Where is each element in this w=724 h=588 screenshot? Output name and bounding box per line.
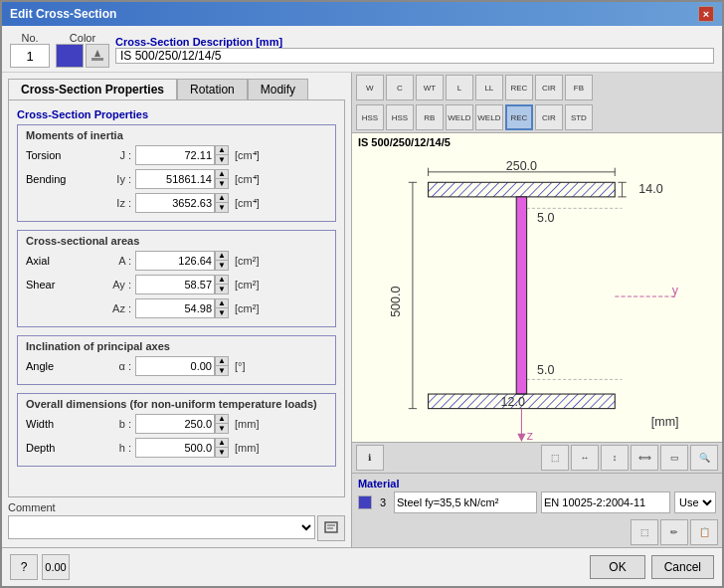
shear-ay-spinner[interactable]: ▲ ▼ [215,275,229,294]
axial-spin-down[interactable]: ▼ [216,261,228,270]
material-btn-1[interactable]: ⬚ [631,519,658,545]
info-bottom-button[interactable]: 0.00 [42,554,70,580]
drawing-area: 250.0 14.0 5.0 500.0 12.0 [352,151,722,442]
tb-WT[interactable]: WT [416,75,444,100]
tab-rotation[interactable]: Rotation [177,79,248,99]
svg-text:14.0: 14.0 [638,182,662,196]
bending-iz-input[interactable] [135,193,215,213]
tb-HSS1[interactable]: HSS [356,104,384,130]
bending-iy-spin-down[interactable]: ▼ [216,179,228,188]
depth-spin-down[interactable]: ▼ [216,448,228,457]
color-label: Color [70,32,95,44]
bending-iz-spin-up[interactable]: ▲ [216,194,228,203]
tb-C[interactable]: C [386,75,414,100]
axial-spin-up[interactable]: ▲ [216,252,228,261]
title-bar: Edit Cross-Section × [2,2,722,26]
material-btn-2[interactable]: ✏ [660,519,688,545]
width-input[interactable] [135,414,215,434]
angle-spin-up[interactable]: ▲ [216,357,228,366]
view-btn-3[interactable]: ↕ [601,445,629,471]
angle-spinner[interactable]: ▲ ▼ [215,356,229,376]
cross-areas-title: Cross-sectional areas [26,235,327,247]
info-button[interactable]: ℹ [356,445,384,471]
toolbar-row-1: W C WT L LL REC CIR FB [352,73,722,102]
shear-az-spin-up[interactable]: ▲ [216,299,228,308]
tb-REC2[interactable]: REC [505,104,533,130]
cancel-button[interactable]: Cancel [651,555,714,579]
tb-W[interactable]: W [356,75,384,100]
view-btn-4[interactable]: ⟺ [631,445,658,471]
depth-spinner[interactable]: ▲ ▼ [215,438,229,458]
angle-spin-down[interactable]: ▼ [216,366,228,375]
color-picker-button[interactable] [86,44,109,68]
torsion-spin-up[interactable]: ▲ [216,146,228,155]
comment-dropdown[interactable] [8,515,315,539]
view-btn-2[interactable]: ↔ [571,445,599,471]
width-spinner[interactable]: ▲ ▼ [215,414,229,434]
tb-WELD1[interactable]: WELD [446,104,473,130]
width-spin-up[interactable]: ▲ [216,415,228,424]
material-standard-input[interactable] [541,491,670,513]
desc-label: Cross-Section Description [mm] [115,36,714,48]
desc-input[interactable] [115,48,714,64]
right-toolbar: W C WT L LL REC CIR FB HSS HSS RB WELD W… [352,73,722,133]
ok-button[interactable]: OK [590,555,644,579]
color-swatch [56,44,84,68]
torsion-spinner[interactable]: ▲ ▼ [215,145,229,165]
depth-label: Depth [26,442,105,454]
material-color-swatch [358,495,372,509]
help-button[interactable]: ? [10,554,38,580]
tb-L[interactable]: L [446,75,473,100]
bending-iz-spin-down[interactable]: ▼ [216,203,228,212]
svg-marker-29 [517,434,525,442]
shear-az-input[interactable] [135,298,215,318]
angle-sublabel: α : [105,360,135,372]
material-use-dropdown[interactable]: Use [674,491,716,513]
tb-LL[interactable]: LL [475,75,503,100]
tb-HSS2[interactable]: HSS [386,104,414,130]
svg-rect-6 [428,182,615,197]
bending-iy-spin-up[interactable]: ▲ [216,170,228,179]
bending-iz-unit: [cm⁴] [235,197,260,210]
view-btn-1[interactable]: ⬚ [541,445,569,471]
angle-input[interactable] [135,356,215,376]
material-btn-3[interactable]: 📋 [690,519,718,545]
bending-iy-spinner[interactable]: ▲ ▼ [215,169,229,189]
comment-icon-button[interactable] [317,515,345,541]
view-btn-5[interactable]: ▭ [660,445,688,471]
svg-marker-1 [94,50,100,57]
svg-text:[mm]: [mm] [651,415,679,429]
width-spin-down[interactable]: ▼ [216,424,228,433]
dialog-title: Edit Cross-Section [10,7,116,21]
torsion-spin-down[interactable]: ▼ [216,155,228,164]
material-number: 3 [376,496,390,508]
tb-WELD2[interactable]: WELD [475,104,503,130]
tb-STD[interactable]: STD [565,104,593,130]
shear-ay-spin-up[interactable]: ▲ [216,276,228,285]
shear-az-spin-down[interactable]: ▼ [216,308,228,317]
shear-az-unit: [cm²] [235,302,259,314]
axial-input[interactable] [135,251,215,271]
svg-rect-7 [516,197,526,394]
shear-ay-spin-down[interactable]: ▼ [216,285,228,294]
shear-az-spinner[interactable]: ▲ ▼ [215,298,229,318]
depth-spin-up[interactable]: ▲ [216,439,228,448]
shear-ay-unit: [cm²] [235,279,259,291]
bending-iz-spinner[interactable]: ▲ ▼ [215,193,229,213]
depth-input[interactable] [135,438,215,458]
bending-iy-input[interactable] [135,169,215,189]
tab-modify[interactable]: Modify [248,79,308,99]
view-btn-6[interactable]: 🔍 [690,445,718,471]
tb-REC1[interactable]: REC [505,75,533,100]
edit-cross-section-dialog: Edit Cross-Section × No. 1 Color Cross-S… [0,0,724,588]
tb-FB[interactable]: FB [565,75,593,100]
shear-ay-input[interactable] [135,275,215,294]
material-name-input[interactable] [394,491,537,513]
axial-spinner[interactable]: ▲ ▼ [215,251,229,271]
tab-cross-section-properties[interactable]: Cross-Section Properties [8,79,177,99]
close-button[interactable]: × [698,6,714,22]
tb-RB[interactable]: RB [416,104,444,130]
torsion-input[interactable] [135,145,215,165]
tb-CIR2[interactable]: CIR [535,104,563,130]
tb-CIR1[interactable]: CIR [535,75,563,100]
